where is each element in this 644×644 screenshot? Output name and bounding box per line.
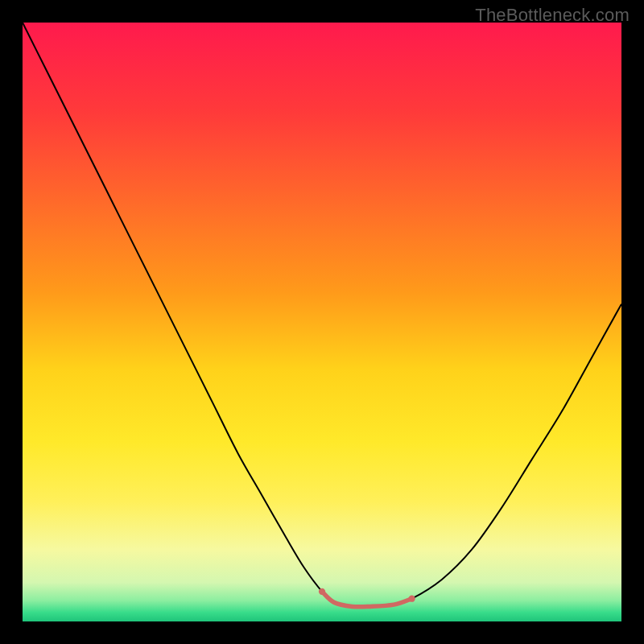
chart-frame: TheBottleneck.com (0, 0, 644, 644)
series-highlight-endpoint (408, 596, 415, 602)
watermark-text: TheBottleneck.com (475, 5, 630, 26)
chart-background (23, 23, 621, 621)
chart-svg (23, 23, 621, 621)
plot-area (23, 23, 621, 621)
series-highlight-endpoint (319, 588, 325, 595)
